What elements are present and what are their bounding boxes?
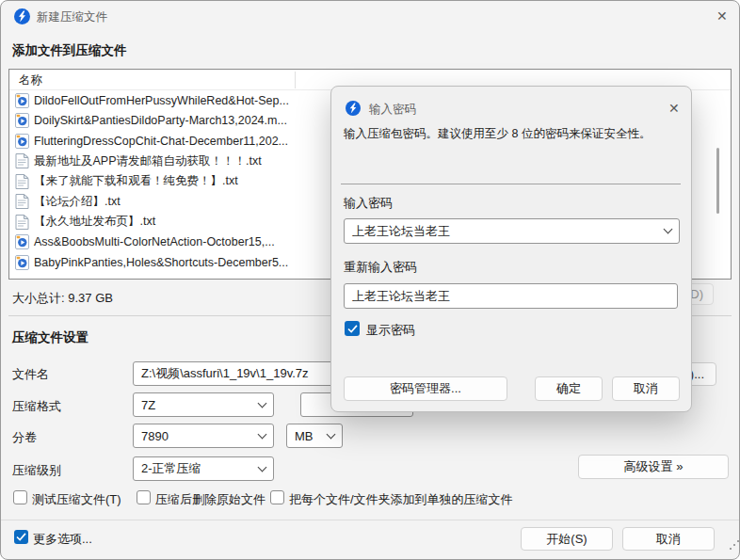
file-name: DoilySkirt&PantiesDildoParty-March13,202… xyxy=(34,114,287,127)
more-options-checkbox[interactable] xyxy=(14,530,28,544)
delete-after-checkbox[interactable] xyxy=(137,490,151,504)
reenter-password-label: 重新输入密码 xyxy=(344,259,417,276)
advanced-settings-button[interactable]: 高级设置 » xyxy=(578,455,729,479)
password-dialog: 输入密码 ✕ 输入压缩包密码。建议使用至少 8 位的密码来保证安全性。 输入密码… xyxy=(330,86,692,412)
enter-password-label: 输入密码 xyxy=(344,195,393,212)
app-logo-icon xyxy=(14,8,30,27)
media-file-icon xyxy=(15,93,29,108)
column-name[interactable]: 名称 xyxy=(19,72,42,88)
file-name: BabyPinkPanties,Holes&Shortcuts-December… xyxy=(34,256,288,269)
dialog-cancel-button[interactable]: 取消 xyxy=(612,376,680,401)
file-name: 【论坛介绍】.txt xyxy=(34,194,121,210)
ok-button[interactable]: 确定 xyxy=(535,376,603,401)
filename-value: Z:\视频\assfuri\1_19v\1_19v.7z xyxy=(141,365,309,382)
file-name: 最新地址及APP请发邮箱自动获取！！！.txt xyxy=(34,153,262,169)
volume-unit-select[interactable]: MB xyxy=(286,424,343,448)
footer-divider xyxy=(1,520,740,520)
media-file-icon xyxy=(15,134,29,149)
vertical-scrollbar[interactable] xyxy=(716,148,719,214)
enter-password-value: 上老王论坛当老王 xyxy=(352,223,450,240)
dialog-close-icon[interactable]: ✕ xyxy=(668,102,680,115)
dialog-logo-icon xyxy=(346,101,361,119)
format-value: 7Z xyxy=(141,398,155,412)
level-value: 2-正常压缩 xyxy=(141,460,201,477)
size-total: 大小总计: 9.37 GB xyxy=(12,290,113,307)
volume-unit-value: MB xyxy=(295,429,314,443)
chevron-down-icon xyxy=(258,398,267,408)
chevron-down-icon xyxy=(258,429,267,439)
chevron-down-icon xyxy=(327,429,336,439)
text-file-icon xyxy=(15,194,29,209)
test-archive-label: 测试压缩文件(T) xyxy=(32,491,121,508)
dialog-separator xyxy=(341,184,681,184)
file-name: FlutteringDressCopChit-Chat-December11,2… xyxy=(34,135,288,148)
reenter-password-value: 上老王论坛当老王 xyxy=(352,288,450,305)
separate-archives-checkbox[interactable] xyxy=(270,490,284,504)
screen: 新建压缩文件 ✕ 添加文件到压缩文件 名称 DildoFellOutFromHe… xyxy=(0,0,740,560)
file-name: 【永久地址发布页】.txt xyxy=(34,214,155,230)
format-select[interactable]: 7Z xyxy=(133,392,274,417)
start-button[interactable]: 开始(S) xyxy=(521,527,613,551)
file-name: DildoFellOutFromHerPussyWhileRed&Hot-Sep… xyxy=(34,94,289,107)
window-close-icon[interactable]: ✕ xyxy=(716,9,728,23)
dialog-title: 输入密码 xyxy=(369,102,416,118)
filename-label: 文件名 xyxy=(12,366,49,383)
media-file-icon xyxy=(15,113,29,128)
file-name: Ass&BoobsMulti-ColorNetAction-October15,… xyxy=(34,235,275,248)
volume-value: 7890 xyxy=(141,429,169,443)
new-archive-window: 新建压缩文件 ✕ 添加文件到压缩文件 名称 DildoFellOutFromHe… xyxy=(0,0,740,560)
chevron-down-icon xyxy=(664,225,673,234)
separate-archives-label: 把每个文件/文件夹添加到单独的压缩文件 xyxy=(289,491,513,508)
show-password-checkbox[interactable] xyxy=(345,321,360,336)
text-file-icon xyxy=(15,174,29,189)
dialog-description: 输入压缩包密码。建议使用至少 8 位的密码来保证安全性。 xyxy=(344,126,684,142)
level-label: 压缩级别 xyxy=(12,462,61,479)
level-select[interactable]: 2-正常压缩 xyxy=(133,456,274,481)
chevron-down-icon xyxy=(258,462,267,472)
enter-password-input[interactable]: 上老王论坛当老王 xyxy=(344,218,680,244)
format-label: 压缩格式 xyxy=(12,398,61,415)
window-title: 新建压缩文件 xyxy=(37,9,107,25)
main-cancel-button[interactable]: 取消 xyxy=(622,527,715,551)
add-section-title: 添加文件到压缩文件 xyxy=(12,42,127,59)
test-archive-checkbox[interactable] xyxy=(13,490,27,504)
media-file-icon xyxy=(15,234,29,249)
resize-grip[interactable] xyxy=(730,548,732,550)
reenter-password-input[interactable]: 上老王论坛当老王 xyxy=(344,283,678,309)
text-file-icon xyxy=(15,153,29,168)
delete-after-label: 压缩后删除原始文件 xyxy=(155,491,265,508)
settings-section-title: 压缩文件设置 xyxy=(12,329,88,346)
show-password-label: 显示密码 xyxy=(366,322,415,339)
more-options-label[interactable]: 更多选项... xyxy=(33,531,92,548)
text-file-icon xyxy=(15,215,29,230)
password-manager-button[interactable]: 密码管理器... xyxy=(344,376,507,401)
volume-label: 分卷 xyxy=(12,429,37,446)
volume-size-select[interactable]: 7890 xyxy=(133,424,274,448)
column-separator[interactable] xyxy=(295,72,296,88)
media-file-icon xyxy=(15,255,29,270)
file-name: 【来了就能下载和观看！纯免费！】.txt xyxy=(34,173,238,189)
